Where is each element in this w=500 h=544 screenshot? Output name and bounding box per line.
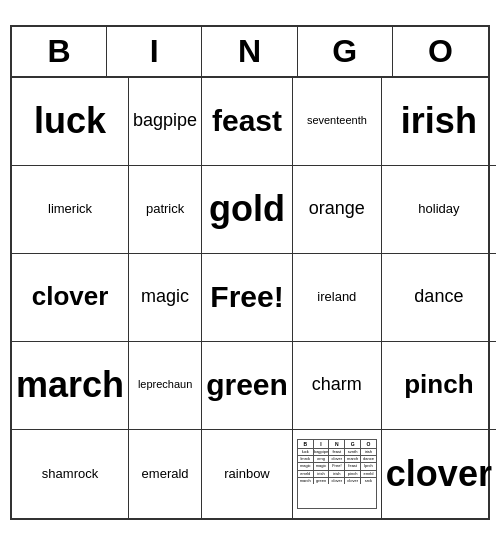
cell-r3c3: Free! <box>202 254 293 342</box>
mini-bingo-card: B I N G O luckbagpipefeastsvnthirish lmr… <box>297 439 377 509</box>
cell-r3c1: clover <box>12 254 129 342</box>
mini-header-n: N <box>329 440 345 448</box>
cell-r3c5: dance <box>382 254 496 342</box>
mini-header-i: I <box>314 440 330 448</box>
cell-r1c4: seventeenth <box>293 78 382 166</box>
cell-r5c2: emerald <box>129 430 202 518</box>
header-g: G <box>298 27 393 76</box>
cell-r2c1: limerick <box>12 166 129 254</box>
mini-header-o: O <box>361 440 376 448</box>
header-i: I <box>107 27 202 76</box>
header-o: O <box>393 27 488 76</box>
header-b: B <box>12 27 107 76</box>
cell-r4c1: march <box>12 342 129 430</box>
mini-header-g: G <box>345 440 361 448</box>
cell-r5c4: B I N G O luckbagpipefeastsvnthirish lmr… <box>293 430 382 518</box>
cell-r3c4: ireland <box>293 254 382 342</box>
cell-r5c3: rainbow <box>202 430 293 518</box>
cell-r4c5: pinch <box>382 342 496 430</box>
header-n: N <box>202 27 297 76</box>
cell-r4c4: charm <box>293 342 382 430</box>
cell-r4c3: green <box>202 342 293 430</box>
cell-r1c2: bagpipe <box>129 78 202 166</box>
cell-r1c5: irish <box>382 78 496 166</box>
cell-r5c1: shamrock <box>12 430 129 518</box>
cell-r2c5: holiday <box>382 166 496 254</box>
cell-r4c2: leprechaun <box>129 342 202 430</box>
cell-r5c5: clover <box>382 430 496 518</box>
cell-r2c4: orange <box>293 166 382 254</box>
cell-r1c1: luck <box>12 78 129 166</box>
cell-r2c2: patrick <box>129 166 202 254</box>
bingo-grid: luck bagpipe feast seventeenth irish lim… <box>12 78 488 518</box>
cell-r1c3: feast <box>202 78 293 166</box>
bingo-card: B I N G O luck bagpipe feast seventeenth… <box>10 25 490 520</box>
cell-r3c2: magic <box>129 254 202 342</box>
bingo-header: B I N G O <box>12 27 488 78</box>
cell-r2c3: gold <box>202 166 293 254</box>
mini-header-b: B <box>298 440 314 448</box>
